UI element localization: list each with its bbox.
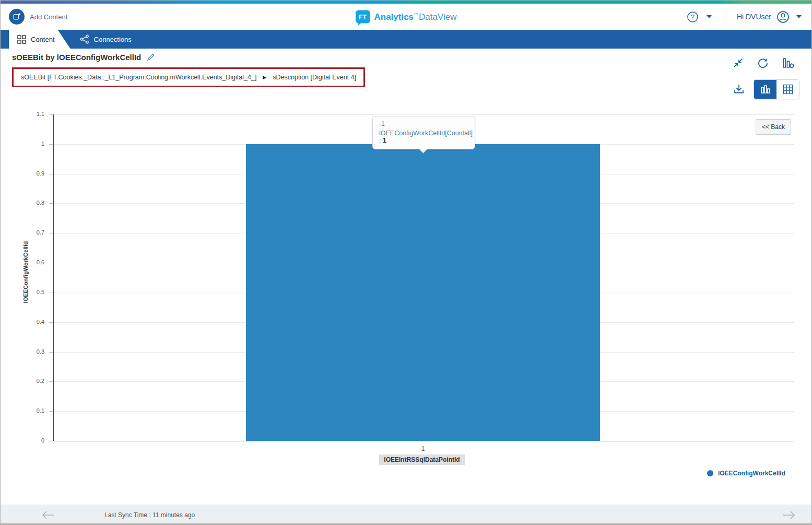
chart-settings-button[interactable] bbox=[781, 55, 796, 71]
bar-chart-view-button[interactable] bbox=[754, 80, 776, 99]
x-tick-label: -1 bbox=[245, 445, 599, 452]
help-dropdown-caret[interactable] bbox=[705, 14, 713, 20]
chevron-down-icon bbox=[706, 15, 712, 19]
top-header: Add Content FT Analytics™DataView ? Hi D… bbox=[1, 4, 811, 30]
table-view-button[interactable] bbox=[776, 80, 799, 99]
add-content-icon bbox=[9, 9, 25, 25]
view-toggle-group bbox=[754, 79, 799, 99]
chart-settings-icon bbox=[782, 56, 795, 69]
logo-analytics-text: Analytics bbox=[374, 11, 414, 21]
page-title: sOEEBit by lOEEConfigWorkCellId bbox=[12, 53, 141, 62]
breadcrumb-annotation-box: sOEEBit [FT.Cookies._Data::_L1_Program:C… bbox=[12, 67, 365, 87]
tab-content-label: Content bbox=[31, 36, 55, 43]
tab-bar: Content Connections bbox=[1, 30, 811, 49]
tooltip-separator: : bbox=[379, 137, 383, 144]
plot-area: -1 lOEEConfigWorkCellId[Countall] : 1 <<… bbox=[53, 114, 794, 441]
tab-connections-label: Connections bbox=[94, 36, 132, 43]
breadcrumb-caret-icon: ▶ bbox=[263, 75, 266, 80]
legend-label: lOEEConfigWorkCellId bbox=[718, 470, 785, 477]
tooltip-series-value: lOEEConfigWorkCellId[Countall] : 1 bbox=[379, 130, 468, 144]
sync-footer: Last Sync Time : 11 minutes ago bbox=[1, 505, 811, 524]
y-tick-label: 0.7 bbox=[23, 229, 44, 236]
content-grid-icon bbox=[17, 35, 26, 44]
chart-legend[interactable]: lOEEConfigWorkCellId bbox=[707, 470, 785, 477]
user-greeting: Hi DVUser bbox=[737, 13, 771, 21]
logo-product-text: DataView bbox=[419, 11, 456, 21]
add-content-button[interactable]: Add Content bbox=[9, 9, 67, 25]
y-tick-label: 1 bbox=[23, 141, 44, 147]
previous-arrow-icon[interactable] bbox=[41, 510, 55, 520]
bar-chart-icon bbox=[760, 84, 771, 95]
refresh-icon bbox=[757, 57, 769, 69]
tab-content[interactable]: Content bbox=[9, 30, 70, 49]
ft-logo-icon: FT bbox=[355, 10, 370, 24]
download-icon bbox=[733, 83, 745, 96]
download-button[interactable] bbox=[732, 82, 746, 97]
y-tick-label: 0.6 bbox=[23, 259, 44, 265]
y-tick-label: 0.3 bbox=[23, 348, 44, 355]
collapse-button[interactable] bbox=[731, 56, 745, 70]
y-axis-ticks: 1.110.90.80.70.60.50.40.30.20.10 bbox=[28, 114, 49, 441]
collapse-icon bbox=[732, 57, 744, 69]
app-window: Add Content FT Analytics™DataView ? Hi D… bbox=[0, 0, 812, 525]
breadcrumb-target: sDescription [Digital Event 4] bbox=[273, 74, 356, 81]
help-icon: ? bbox=[687, 11, 699, 23]
legend-dot-icon bbox=[707, 470, 713, 476]
refresh-button[interactable] bbox=[756, 56, 770, 71]
last-sync-text: Last Sync Time : 11 minutes ago bbox=[104, 511, 195, 519]
x-axis-title[interactable]: lOEEIntRSSqlDataPointId bbox=[379, 454, 464, 465]
bar[interactable] bbox=[246, 144, 600, 441]
header-divider bbox=[725, 9, 725, 24]
chart-toolbar-bottom bbox=[732, 79, 799, 99]
bar-tooltip: -1 lOEEConfigWorkCellId[Countall] : 1 bbox=[372, 116, 475, 149]
tooltip-value: 1 bbox=[383, 137, 386, 144]
edit-title-icon[interactable] bbox=[146, 53, 155, 62]
connections-icon bbox=[80, 34, 89, 44]
breadcrumb-source: sOEEBit [FT.Cookies._Data::_L1_Program:C… bbox=[21, 74, 256, 81]
x-axis-title-wrap: lOEEIntRSSqlDataPointId bbox=[245, 454, 599, 465]
y-tick-label: 0.1 bbox=[23, 407, 44, 414]
back-button[interactable]: << Back bbox=[756, 119, 791, 135]
y-tick-label: 0.5 bbox=[23, 289, 44, 295]
svg-text:?: ? bbox=[691, 13, 695, 20]
tooltip-category: -1 bbox=[379, 120, 468, 127]
add-content-label: Add Content bbox=[30, 13, 67, 21]
content-area: sOEEBit by lOEEConfigWorkCellId bbox=[1, 49, 811, 505]
gridline bbox=[54, 114, 794, 115]
header-right-group: ? Hi DVUser bbox=[686, 9, 803, 24]
chevron-down-icon bbox=[796, 15, 802, 19]
next-arrow-icon[interactable] bbox=[782, 510, 796, 520]
y-tick-label: 1.1 bbox=[23, 111, 44, 117]
tab-connections[interactable]: Connections bbox=[70, 30, 141, 49]
y-tick-label: 0.2 bbox=[23, 378, 44, 384]
gridline bbox=[54, 441, 794, 441]
tooltip-label: lOEEConfigWorkCellId[Countall] bbox=[379, 130, 473, 137]
chart-toolbar-top bbox=[731, 55, 796, 71]
y-tick-label: 0 bbox=[23, 437, 44, 444]
logo-trademark: ™ bbox=[414, 11, 418, 16]
app-logo: FT Analytics™DataView bbox=[355, 10, 456, 24]
y-tick-label: 0.9 bbox=[23, 170, 44, 177]
table-icon bbox=[783, 84, 793, 95]
view-title-row: sOEEBit by lOEEConfigWorkCellId bbox=[12, 53, 155, 62]
y-tick-label: 0.4 bbox=[23, 319, 44, 325]
y-tick-label: 0.8 bbox=[23, 200, 44, 206]
help-button[interactable]: ? bbox=[686, 10, 700, 24]
user-dropdown-caret[interactable] bbox=[795, 14, 803, 20]
user-avatar-icon bbox=[776, 10, 790, 24]
